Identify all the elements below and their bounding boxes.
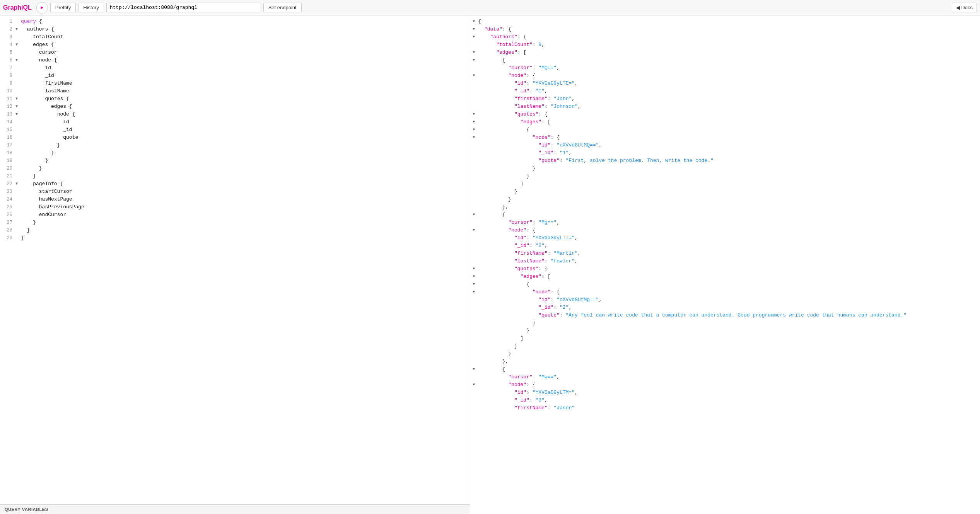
query-line: 21 }: [0, 173, 470, 181]
result-line-content: "authors": {: [478, 34, 526, 40]
result-collapse-arrow[interactable]: ▼: [473, 289, 478, 294]
result-collapse-arrow[interactable]: ▼: [473, 111, 478, 116]
result-collapse-arrow[interactable]: ▼: [473, 19, 478, 24]
result-line-content: "quote": "First, solve the problem. Then…: [478, 158, 714, 163]
set-endpoint-button[interactable]: Set endpoint: [263, 3, 302, 12]
result-line: "firstName": "Jason": [470, 405, 980, 413]
collapse-arrow: [15, 173, 21, 178]
result-line: ▼ {: [470, 212, 980, 220]
result-collapse-arrow[interactable]: ▼: [473, 382, 478, 387]
result-collapse-arrow: [473, 243, 478, 248]
line-number: 1: [2, 19, 12, 24]
result-line: ]: [470, 181, 980, 189]
prettify-button[interactable]: Prettify: [50, 3, 76, 12]
result-collapse-arrow[interactable]: ▼: [473, 266, 478, 271]
result-collapse-arrow[interactable]: ▼: [473, 57, 478, 62]
result-collapse-arrow[interactable]: ▼: [473, 366, 478, 371]
result-line-content: }: [478, 320, 535, 326]
line-number: 21: [2, 173, 12, 179]
line-content: authors {: [21, 26, 54, 32]
result-line-content: {: [478, 366, 505, 372]
query-editor[interactable]: 1 query {2▼ authors {3 totalCount4▼ edge…: [0, 15, 470, 504]
result-line: "cursor": "Mg==",: [470, 220, 980, 227]
result-line: "firstName": "John",: [470, 96, 980, 104]
query-variables-bar[interactable]: QUERY VARIABLES: [0, 504, 470, 514]
result-line: ▼ "node": {: [470, 382, 980, 390]
line-number: 18: [2, 150, 12, 156]
result-line: ▼ "data": {: [470, 26, 980, 34]
collapse-arrow[interactable]: ▼: [15, 42, 21, 47]
docs-button[interactable]: ◀ Docs: [952, 3, 977, 12]
collapse-arrow[interactable]: ▼: [15, 26, 21, 31]
line-number: 29: [2, 235, 12, 241]
history-button[interactable]: History: [78, 3, 104, 12]
result-line-content: "id": "YXV0aG9yLTE=",: [478, 80, 577, 86]
result-collapse-arrow: [473, 397, 478, 402]
collapse-arrow[interactable]: ▼: [15, 104, 21, 109]
result-line-content: "id": "YXV0aG9yLTI=",: [478, 235, 577, 241]
collapse-arrow[interactable]: ▼: [15, 96, 21, 101]
line-number: 20: [2, 165, 12, 171]
query-line: 18 }: [0, 150, 470, 158]
result-line-content: "lastName": "Fowler",: [478, 258, 577, 264]
query-line: 1 query {: [0, 19, 470, 26]
query-line: 2▼ authors {: [0, 26, 470, 34]
result-line: ▼ {: [470, 57, 980, 65]
result-collapse-arrow[interactable]: ▼: [473, 281, 478, 286]
query-line: 5 cursor: [0, 49, 470, 57]
result-collapse-arrow[interactable]: ▼: [473, 34, 478, 39]
result-collapse-arrow[interactable]: ▼: [473, 49, 478, 54]
result-collapse-arrow: [473, 158, 478, 163]
result-line-content: {: [478, 57, 505, 63]
line-content: _id: [21, 73, 54, 78]
result-line: "cursor": "MQ==",: [470, 65, 980, 73]
collapse-arrow: [15, 134, 21, 140]
run-button[interactable]: ▶: [36, 2, 48, 14]
result-collapse-arrow: [473, 305, 478, 310]
result-line: ▼ "edges": [: [470, 274, 980, 281]
result-collapse-arrow[interactable]: ▼: [473, 274, 478, 279]
result-collapse-arrow[interactable]: ▼: [473, 73, 478, 78]
line-content: node {: [21, 111, 75, 117]
line-number: 4: [2, 42, 12, 48]
result-line: "_id": "2",: [470, 305, 980, 312]
collapse-arrow[interactable]: ▼: [15, 111, 21, 116]
line-content: hasNextPage: [21, 196, 72, 202]
result-collapse-arrow[interactable]: ▼: [473, 127, 478, 132]
result-line-content: "cursor": "Mw==",: [478, 374, 560, 380]
endpoint-input[interactable]: [106, 3, 261, 12]
line-content: pageInfo {: [21, 181, 63, 187]
result-collapse-arrow: [473, 320, 478, 325]
query-line: 24 hasNextPage: [0, 196, 470, 204]
collapse-arrow: [15, 158, 21, 163]
query-line: 26 endCursor: [0, 212, 470, 220]
line-content: startCursor: [21, 189, 72, 194]
result-collapse-arrow[interactable]: ▼: [473, 212, 478, 217]
result-line-content: "firstName": "Martin",: [478, 250, 580, 256]
line-number: 3: [2, 34, 12, 40]
line-number: 9: [2, 80, 12, 86]
collapse-arrow[interactable]: ▼: [15, 181, 21, 186]
result-line: ▼ "edges": [: [470, 119, 980, 127]
result-collapse-arrow[interactable]: ▼: [473, 119, 478, 124]
query-line: 29 }: [0, 235, 470, 243]
result-collapse-arrow: [473, 220, 478, 225]
result-line-content: "node": {: [478, 382, 535, 388]
result-line: "id": "YXV0aG9yLTE=",: [470, 80, 980, 88]
result-line-content: "node": {: [478, 227, 535, 233]
collapse-arrow[interactable]: ▼: [15, 57, 21, 62]
result-collapse-arrow[interactable]: ▼: [473, 26, 478, 31]
query-line: 19 }: [0, 158, 470, 165]
result-collapse-arrow[interactable]: ▼: [473, 227, 478, 232]
result-panel[interactable]: ▼{▼ "data": {▼ "authors": { "totalCount"…: [470, 15, 980, 514]
line-number: 17: [2, 142, 12, 148]
result-collapse-arrow: [473, 150, 478, 155]
line-content: id: [21, 119, 69, 125]
line-number: 7: [2, 65, 12, 71]
result-collapse-arrow[interactable]: ▼: [473, 134, 478, 140]
query-line: 20 }: [0, 165, 470, 173]
line-number: 13: [2, 111, 12, 117]
result-line-content: "data": {: [478, 26, 511, 32]
result-line-content: }: [478, 196, 511, 202]
line-number: 23: [2, 189, 12, 194]
